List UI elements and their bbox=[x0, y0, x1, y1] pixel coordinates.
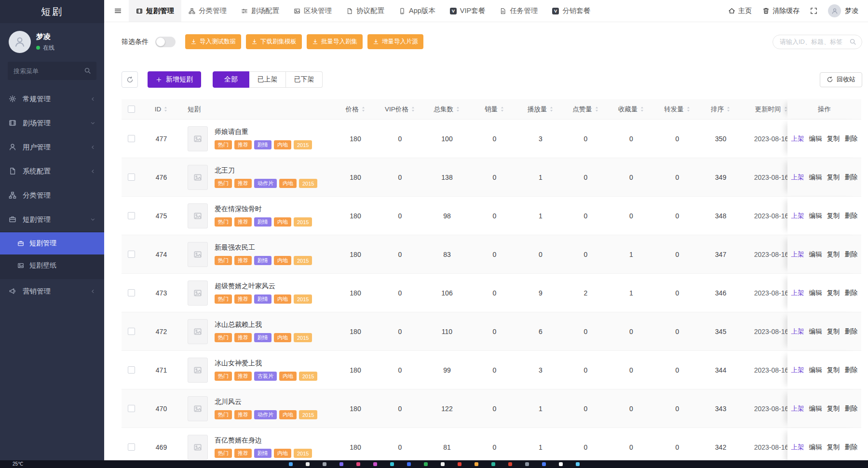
taskbar-app-icon[interactable] bbox=[576, 462, 580, 466]
row-action-delete[interactable]: 删除 bbox=[845, 366, 858, 374]
sort-icon[interactable] bbox=[500, 106, 504, 112]
filter-action-button-1[interactable]: 导入测试数据 bbox=[185, 34, 241, 49]
row-action-delete[interactable]: 删除 bbox=[845, 173, 858, 182]
clear-cache-button[interactable]: 清除缓存 bbox=[762, 7, 800, 15]
sort-icon[interactable] bbox=[549, 106, 554, 112]
top-tab-7[interactable]: VVIP套餐 bbox=[443, 0, 492, 22]
top-tab-4[interactable]: 区块管理 bbox=[286, 0, 339, 22]
sidebar-item-2[interactable]: 剧场管理 bbox=[0, 111, 104, 135]
row-action-publish[interactable]: 上架 bbox=[791, 404, 804, 413]
top-tab-6[interactable]: App版本 bbox=[392, 0, 443, 22]
filter-toggle[interactable] bbox=[155, 37, 176, 47]
taskbar-app-icon[interactable] bbox=[559, 462, 563, 466]
sidebar-item-1[interactable]: 常规管理 bbox=[0, 87, 104, 111]
sort-icon[interactable] bbox=[686, 106, 691, 112]
topbar-user[interactable]: 梦凌 bbox=[828, 4, 858, 17]
sort-icon[interactable] bbox=[640, 106, 644, 112]
top-tab-8[interactable]: 任务管理 bbox=[492, 0, 545, 22]
row-action-publish[interactable]: 上架 bbox=[791, 289, 804, 297]
status-tab-3[interactable]: 已下架 bbox=[286, 71, 323, 88]
row-action-copy[interactable]: 复制 bbox=[827, 173, 840, 182]
search-icon[interactable] bbox=[849, 38, 856, 45]
sidebar-item-7[interactable]: 营销管理 bbox=[0, 279, 104, 303]
row-action-publish[interactable]: 上架 bbox=[791, 366, 804, 374]
row-action-edit[interactable]: 编辑 bbox=[809, 134, 822, 143]
taskbar-app-icon[interactable] bbox=[525, 462, 529, 466]
filter-action-button-3[interactable]: 批量导入剧集 bbox=[307, 34, 363, 49]
taskbar-app-icon[interactable] bbox=[373, 462, 377, 466]
row-checkbox[interactable] bbox=[128, 405, 135, 412]
row-checkbox[interactable] bbox=[128, 443, 135, 451]
home-link[interactable]: 主页 bbox=[728, 7, 752, 15]
row-action-delete[interactable]: 删除 bbox=[845, 404, 858, 413]
taskbar-app-icon[interactable] bbox=[542, 462, 546, 466]
refresh-button[interactable] bbox=[122, 71, 138, 88]
taskbar-app-icon[interactable] bbox=[339, 462, 343, 466]
taskbar-app-icon[interactable] bbox=[475, 462, 478, 466]
row-checkbox[interactable] bbox=[128, 135, 135, 142]
row-action-delete[interactable]: 删除 bbox=[845, 443, 858, 452]
row-action-copy[interactable]: 复制 bbox=[827, 289, 840, 297]
row-checkbox[interactable] bbox=[128, 289, 135, 296]
status-tab-1[interactable]: 全部 bbox=[213, 71, 249, 88]
top-tab-1[interactable]: 短剧管理 bbox=[129, 0, 181, 22]
select-all-checkbox[interactable] bbox=[128, 106, 135, 113]
row-action-edit[interactable]: 编辑 bbox=[809, 173, 822, 182]
row-action-copy[interactable]: 复制 bbox=[827, 327, 840, 336]
weather-widget[interactable]: 25℃ bbox=[13, 462, 23, 467]
top-tab-9[interactable]: V分销套餐 bbox=[545, 0, 597, 22]
row-checkbox[interactable] bbox=[128, 174, 135, 181]
row-action-delete[interactable]: 删除 bbox=[845, 250, 858, 259]
row-action-edit[interactable]: 编辑 bbox=[809, 443, 822, 452]
recycle-bin-button[interactable]: 回收站 bbox=[820, 72, 862, 87]
taskbar-app-icon[interactable] bbox=[491, 462, 495, 466]
taskbar-app-icon[interactable] bbox=[424, 462, 428, 466]
row-action-copy[interactable]: 复制 bbox=[827, 404, 840, 413]
menu-search-input[interactable] bbox=[8, 62, 96, 80]
sidebar-item-6[interactable]: 短剧管理 bbox=[0, 207, 104, 231]
taskbar-app-icon[interactable] bbox=[407, 462, 411, 466]
sort-icon[interactable] bbox=[456, 106, 460, 112]
sort-icon[interactable] bbox=[361, 106, 366, 112]
taskbar-app-icon[interactable] bbox=[508, 462, 512, 466]
row-action-delete[interactable]: 删除 bbox=[845, 134, 858, 143]
row-action-edit[interactable]: 编辑 bbox=[809, 366, 822, 374]
row-action-copy[interactable]: 复制 bbox=[827, 366, 840, 374]
sidebar-item-4[interactable]: 系统配置 bbox=[0, 159, 104, 183]
taskbar-app-icon[interactable] bbox=[306, 462, 310, 466]
row-action-edit[interactable]: 编辑 bbox=[809, 404, 822, 413]
top-tab-3[interactable]: 剧场配置 bbox=[234, 0, 286, 22]
row-action-publish[interactable]: 上架 bbox=[791, 173, 804, 182]
taskbar-app-icon[interactable] bbox=[289, 462, 293, 466]
menu-toggle-icon[interactable] bbox=[114, 7, 122, 15]
row-action-delete[interactable]: 删除 bbox=[845, 289, 858, 297]
row-checkbox[interactable] bbox=[128, 328, 135, 335]
filter-action-button-2[interactable]: 下载剧集模板 bbox=[246, 34, 302, 49]
row-action-copy[interactable]: 复制 bbox=[827, 212, 840, 220]
add-drama-button[interactable]: 新增短剧 bbox=[148, 71, 201, 88]
sort-icon[interactable] bbox=[595, 106, 599, 112]
taskbar-app-icon[interactable] bbox=[390, 462, 394, 466]
row-action-copy[interactable]: 复制 bbox=[827, 443, 840, 452]
row-action-delete[interactable]: 删除 bbox=[845, 212, 858, 220]
row-checkbox[interactable] bbox=[128, 251, 135, 258]
fullscreen-button[interactable] bbox=[810, 7, 817, 14]
sort-icon[interactable] bbox=[163, 106, 168, 112]
sidebar-subitem-2[interactable]: 短剧壁纸 bbox=[0, 254, 104, 277]
top-tab-5[interactable]: 协议配置 bbox=[339, 0, 392, 22]
sort-icon[interactable] bbox=[726, 106, 731, 112]
status-tab-2[interactable]: 已上架 bbox=[249, 71, 286, 88]
row-action-publish[interactable]: 上架 bbox=[791, 443, 804, 452]
top-tab-2[interactable]: 分类管理 bbox=[181, 0, 234, 22]
row-action-publish[interactable]: 上架 bbox=[791, 250, 804, 259]
filter-action-button-4[interactable]: 增量导入片源 bbox=[367, 34, 423, 49]
row-checkbox[interactable] bbox=[128, 366, 135, 374]
sidebar-item-5[interactable]: 分类管理 bbox=[0, 183, 104, 207]
sort-icon[interactable] bbox=[411, 106, 415, 112]
row-action-edit[interactable]: 编辑 bbox=[809, 327, 822, 336]
row-action-edit[interactable]: 编辑 bbox=[809, 212, 822, 220]
row-action-edit[interactable]: 编辑 bbox=[809, 250, 822, 259]
row-checkbox[interactable] bbox=[128, 212, 135, 219]
row-action-edit[interactable]: 编辑 bbox=[809, 289, 822, 297]
row-action-publish[interactable]: 上架 bbox=[791, 212, 804, 220]
